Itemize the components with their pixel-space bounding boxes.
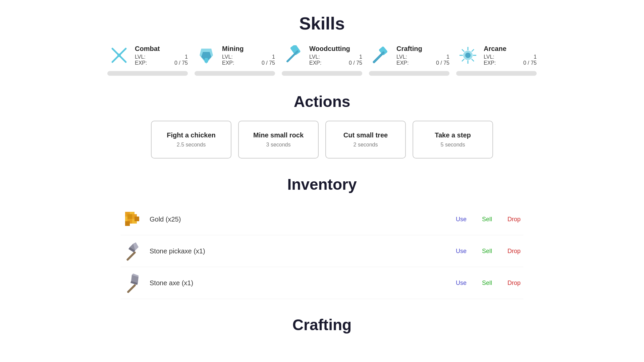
lvl-value: 1	[359, 54, 362, 60]
skill-name-combat: Combat	[135, 45, 188, 53]
action-card-mine-small-rock[interactable]: Mine small rock 3 seconds	[238, 121, 319, 159]
skill-card-arcane: Arcane LVL: 1 EXP: 0 / 75	[456, 44, 537, 76]
action-card-cut-small-tree[interactable]: Cut small tree 2 seconds	[325, 121, 406, 159]
lvl-label: LVL:	[396, 54, 407, 60]
exp-label: EXP:	[396, 60, 409, 66]
lvl-value: 1	[446, 54, 449, 60]
skill-card-crafting: Crafting LVL: 1 EXP: 0 / 75	[369, 44, 449, 76]
svg-rect-28	[135, 217, 139, 221]
exp-value: 0 / 75	[174, 60, 188, 66]
exp-label: EXP:	[309, 60, 321, 66]
svg-point-2	[117, 54, 121, 57]
action-title-fight-chicken: Fight a chicken	[158, 131, 224, 139]
crafting-section: Crafting	[107, 316, 537, 334]
skill-header-combat: Combat LVL: 1 EXP: 0 / 75	[107, 44, 188, 67]
page-container: Skills Combat LVL: 1 EXP: 0 / 75	[87, 0, 557, 362]
skill-icon-crafting	[369, 44, 392, 67]
item-icon-stone-pickaxe	[121, 239, 144, 263]
lvl-value: 1	[272, 54, 275, 60]
skill-header-mining: Mining LVL: 1 EXP: 0 / 75	[195, 44, 275, 67]
drop-button-stone-pickaxe[interactable]: Drop	[505, 246, 523, 256]
skill-exp-woodcutting: EXP: 0 / 75	[309, 60, 362, 66]
actions-title: Actions	[107, 93, 537, 111]
lvl-value: 1	[185, 54, 188, 60]
sell-button-stone-pickaxe[interactable]: Sell	[479, 246, 495, 256]
skill-name-crafting: Crafting	[396, 45, 449, 53]
action-title-cut-small-tree: Cut small tree	[333, 131, 398, 139]
action-time-mine-small-rock: 3 seconds	[246, 142, 311, 148]
skill-lvl-combat: LVL: 1	[135, 54, 188, 60]
lvl-label: LVL:	[484, 54, 494, 60]
use-button-gold[interactable]: Use	[453, 215, 469, 224]
item-name-stone-axe: Stone axe (x1)	[150, 279, 453, 287]
svg-rect-5	[205, 58, 208, 63]
actions-grid: Fight a chicken 2.5 seconds Mine small r…	[107, 121, 537, 159]
skill-card-mining: Mining LVL: 1 EXP: 0 / 75	[195, 44, 275, 76]
action-time-cut-small-tree: 2 seconds	[333, 142, 398, 148]
exp-value: 0 / 75	[349, 60, 362, 66]
inventory-item-stone-axe: Stone axe (x1) Use Sell Drop	[121, 267, 523, 299]
inventory-item-stone-pickaxe: Stone pickaxe (x1) Use Sell Drop	[121, 235, 523, 267]
item-actions-gold: Use Sell Drop	[453, 215, 523, 224]
drop-button-gold[interactable]: Drop	[505, 215, 523, 224]
skill-bar-combat	[107, 71, 188, 76]
skill-bar-crafting	[369, 71, 449, 76]
item-actions-stone-pickaxe: Use Sell Drop	[453, 246, 523, 256]
skill-exp-combat: EXP: 0 / 75	[135, 60, 188, 66]
item-icon-gold	[121, 207, 144, 231]
skill-icon-mining	[195, 44, 218, 67]
skill-lvl-arcane: LVL: 1	[484, 54, 537, 60]
action-card-take-a-step[interactable]: Take a step 5 seconds	[413, 121, 493, 159]
use-button-stone-pickaxe[interactable]: Use	[453, 246, 469, 256]
exp-label: EXP:	[135, 60, 147, 66]
action-title-take-a-step: Take a step	[420, 131, 486, 139]
skill-info-arcane: Arcane LVL: 1 EXP: 0 / 75	[484, 45, 537, 66]
svg-point-11	[465, 53, 471, 58]
skill-lvl-woodcutting: LVL: 1	[309, 54, 362, 60]
skill-bar-mining	[195, 71, 275, 76]
skill-name-woodcutting: Woodcutting	[309, 45, 362, 53]
item-actions-stone-axe: Use Sell Drop	[453, 278, 523, 288]
skill-name-mining: Mining	[222, 45, 275, 53]
skills-grid: Combat LVL: 1 EXP: 0 / 75	[107, 44, 537, 76]
skill-lvl-mining: LVL: 1	[222, 54, 275, 60]
skill-info-crafting: Crafting LVL: 1 EXP: 0 / 75	[396, 45, 449, 66]
actions-section: Actions Fight a chicken 2.5 seconds Mine…	[107, 93, 537, 159]
svg-line-9	[374, 53, 383, 62]
svg-line-7	[287, 51, 298, 61]
skill-icon-woodcutting	[282, 44, 305, 67]
sell-button-stone-axe[interactable]: Sell	[479, 278, 495, 288]
use-button-stone-axe[interactable]: Use	[453, 278, 469, 288]
skill-bar-woodcutting	[282, 71, 362, 76]
exp-value: 0 / 75	[523, 60, 537, 66]
svg-line-16	[462, 49, 464, 52]
drop-button-stone-axe[interactable]: Drop	[505, 278, 523, 288]
skill-card-combat: Combat LVL: 1 EXP: 0 / 75	[107, 44, 188, 76]
skill-info-mining: Mining LVL: 1 EXP: 0 / 75	[222, 45, 275, 66]
skill-info-woodcutting: Woodcutting LVL: 1 EXP: 0 / 75	[309, 45, 362, 66]
skills-section: Skills Combat LVL: 1 EXP: 0 / 75	[107, 13, 537, 76]
skill-header-arcane: Arcane LVL: 1 EXP: 0 / 75	[456, 44, 537, 67]
crafting-title: Crafting	[107, 316, 537, 334]
skills-title: Skills	[107, 13, 537, 34]
action-title-mine-small-rock: Mine small rock	[246, 131, 311, 139]
inventory-title: Inventory	[107, 175, 537, 193]
svg-rect-24	[127, 214, 132, 219]
exp-label: EXP:	[484, 60, 496, 66]
action-card-fight-chicken[interactable]: Fight a chicken 2.5 seconds	[151, 121, 231, 159]
svg-rect-34	[127, 284, 136, 293]
skill-lvl-crafting: LVL: 1	[396, 54, 449, 60]
sell-button-gold[interactable]: Sell	[479, 215, 495, 224]
skill-header-crafting: Crafting LVL: 1 EXP: 0 / 75	[369, 44, 449, 67]
skill-card-woodcutting: Woodcutting LVL: 1 EXP: 0 / 75	[282, 44, 362, 76]
skill-header-woodcutting: Woodcutting LVL: 1 EXP: 0 / 75	[282, 44, 362, 67]
action-time-take-a-step: 5 seconds	[420, 142, 486, 148]
item-name-stone-pickaxe: Stone pickaxe (x1)	[150, 247, 453, 255]
skill-icon-combat	[107, 44, 131, 67]
exp-value: 0 / 75	[436, 60, 449, 66]
skill-info-combat: Combat LVL: 1 EXP: 0 / 75	[135, 45, 188, 66]
item-icon-stone-axe	[121, 271, 144, 295]
inventory-section: Inventory Gold (x25) Use Sell Drop	[107, 175, 537, 299]
lvl-label: LVL:	[222, 54, 233, 60]
svg-line-19	[462, 59, 464, 61]
